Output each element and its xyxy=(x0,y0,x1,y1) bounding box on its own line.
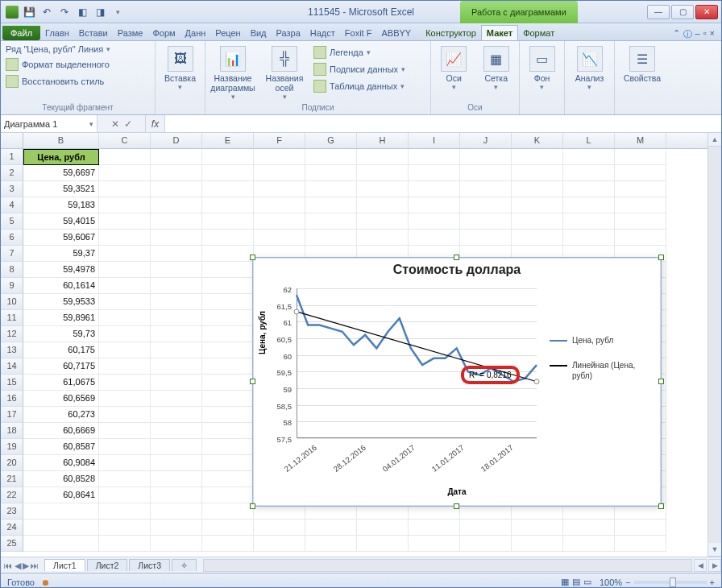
chart-title[interactable]: Стоимость доллара xyxy=(253,258,661,277)
view-normal-icon[interactable]: ▦ xyxy=(561,577,569,587)
minimize-button[interactable]: — xyxy=(647,5,670,19)
sheet-tab[interactable]: Лист1 xyxy=(44,559,85,571)
qat-redo-icon[interactable]: ↷ xyxy=(57,5,72,19)
tab-addins[interactable]: Надст xyxy=(305,26,340,40)
cell[interactable]: 60,8528 xyxy=(23,471,99,487)
axis-titles-button[interactable]: ╬Названия осей xyxy=(260,43,309,101)
format-selection-button[interactable]: Формат выделенного xyxy=(4,56,112,72)
tab-data[interactable]: Данн xyxy=(180,26,211,40)
cell[interactable]: 60,6669 xyxy=(23,423,99,439)
chart-title-button[interactable]: 📊Название диаграммы xyxy=(209,43,257,101)
macro-record-icon[interactable]: ⏺ xyxy=(41,578,50,587)
cell[interactable]: 59,4015 xyxy=(23,213,99,230)
y-axis-title[interactable]: Цена, рубл xyxy=(258,311,267,354)
scroll-down-icon[interactable]: ▼ xyxy=(708,543,721,557)
tab-insert[interactable]: Встави xyxy=(74,26,113,40)
fx-confirm-icon[interactable]: ✓ xyxy=(124,118,132,130)
col-header[interactable]: J xyxy=(460,133,512,148)
insert-button[interactable]: 🖼Вставка xyxy=(159,43,201,91)
fx-cancel-icon[interactable]: ✕ xyxy=(111,118,119,130)
analysis-button[interactable]: 📉Анализ xyxy=(568,43,611,91)
tab-pagelayout[interactable]: Разме xyxy=(113,26,148,40)
tab-chart-design[interactable]: Конструктор xyxy=(421,26,481,40)
col-header[interactable]: C xyxy=(99,133,151,148)
cell-header[interactable]: Цена, рубл xyxy=(23,149,99,165)
tab-file[interactable]: Файл xyxy=(2,26,40,40)
qat-custom-2[interactable]: ◨ xyxy=(93,5,107,19)
column-headers[interactable]: B C D E F G H I J K L M xyxy=(1,133,707,149)
qat-undo-icon[interactable]: ↶ xyxy=(39,5,54,19)
qat-dropdown[interactable] xyxy=(110,5,125,19)
doc-restore-icon[interactable]: ▫ xyxy=(703,28,707,40)
hscroll-left-icon[interactable]: ◀ xyxy=(694,559,707,572)
cell[interactable]: 60,7175 xyxy=(23,358,99,375)
view-pagelayout-icon[interactable]: ▤ xyxy=(572,577,580,587)
resize-handle[interactable] xyxy=(250,503,255,509)
col-header[interactable]: L xyxy=(563,133,615,148)
background-button[interactable]: ▭Фон xyxy=(523,43,561,91)
cell[interactable]: 59,6067 xyxy=(23,230,99,246)
tab-formulas[interactable]: Форм xyxy=(147,26,180,40)
resize-handle[interactable] xyxy=(658,255,664,260)
resize-handle[interactable] xyxy=(454,255,459,260)
hscroll-right-icon[interactable]: ▶ xyxy=(708,559,721,572)
resize-handle[interactable] xyxy=(250,255,255,260)
r-squared-label[interactable]: R² = 0,8216 xyxy=(461,366,520,384)
resize-handle[interactable] xyxy=(658,503,664,509)
cell[interactable]: 60,6569 xyxy=(23,391,99,407)
cell[interactable]: 59,37 xyxy=(23,246,99,262)
data-labels-button[interactable]: Подписи данных xyxy=(312,61,407,77)
scrollbar-track[interactable] xyxy=(708,147,721,543)
tab-view[interactable]: Вид xyxy=(246,26,272,40)
legend[interactable]: Цена, рубл Линейная (Цена, рубл) xyxy=(550,335,653,395)
cell[interactable]: 61,0675 xyxy=(23,375,99,391)
sheet-nav-prev-icon[interactable]: ◀ xyxy=(15,561,21,570)
tab-developer[interactable]: Разра xyxy=(272,26,305,40)
zoom-in-icon[interactable]: + xyxy=(710,578,715,587)
col-header[interactable]: B xyxy=(23,133,99,148)
cell[interactable]: 59,6697 xyxy=(23,165,99,181)
col-header[interactable]: I xyxy=(409,133,460,148)
col-header[interactable]: K xyxy=(512,133,563,148)
horizontal-scrollbar[interactable] xyxy=(203,559,692,572)
cell[interactable]: 59,73 xyxy=(23,326,99,342)
cell[interactable]: 60,273 xyxy=(23,407,99,423)
worksheet-grid[interactable]: B C D E F G H I J K L M 1Цена, рубл259,6… xyxy=(1,133,707,557)
name-box[interactable]: Диаграмма 1▾ xyxy=(1,115,98,132)
tab-foxit[interactable]: Foxit F xyxy=(340,26,377,40)
sheet-nav-next-icon[interactable]: ▶ xyxy=(23,561,29,570)
zoom-out-icon[interactable]: − xyxy=(625,578,630,587)
gridlines-button[interactable]: ▦Сетка xyxy=(477,43,517,91)
x-axis-title[interactable]: Дата xyxy=(253,487,661,496)
vertical-scrollbar[interactable]: ▲ ▼ xyxy=(707,133,721,557)
properties-button[interactable]: ☰Свойства xyxy=(618,43,666,83)
sheet-tab[interactable]: Лист2 xyxy=(87,559,128,571)
cell[interactable]: 60,8587 xyxy=(23,439,99,455)
zoom-level[interactable]: 100% xyxy=(600,578,622,587)
cell[interactable]: 59,8961 xyxy=(23,310,99,326)
fx-icon[interactable]: fx xyxy=(146,115,165,132)
cell[interactable]: 60,1614 xyxy=(23,278,99,294)
new-sheet-button[interactable]: ✧ xyxy=(172,559,197,571)
legend-button[interactable]: Легенда xyxy=(312,44,407,60)
tab-chart-format[interactable]: Формат xyxy=(518,26,559,40)
col-header[interactable]: H xyxy=(357,133,409,148)
tab-home[interactable]: Главн xyxy=(40,26,74,40)
tab-review[interactable]: Рецен xyxy=(210,26,245,40)
cell[interactable]: 59,4978 xyxy=(23,262,99,278)
col-header[interactable]: E xyxy=(202,133,254,148)
col-header[interactable]: D xyxy=(151,133,202,148)
cell[interactable]: 59,9533 xyxy=(23,294,99,310)
chart-object[interactable]: Стоимость доллара Цена, рубл R² = 0,8216… xyxy=(252,257,662,507)
cell[interactable]: 59,183 xyxy=(23,197,99,213)
col-header[interactable]: F xyxy=(254,133,305,148)
col-header[interactable]: G xyxy=(305,133,357,148)
resize-handle[interactable] xyxy=(454,503,459,509)
sheet-nav-first-icon[interactable]: ⏮ xyxy=(4,561,13,570)
axes-button[interactable]: 📈Оси xyxy=(434,43,474,91)
maximize-button[interactable]: ▢ xyxy=(671,5,694,19)
data-table-button[interactable]: Таблица данных xyxy=(312,78,407,94)
tab-abbyy[interactable]: ABBYY xyxy=(376,26,416,40)
cell[interactable]: 60,175 xyxy=(23,342,99,358)
qat-save-icon[interactable]: 💾 xyxy=(22,5,36,19)
